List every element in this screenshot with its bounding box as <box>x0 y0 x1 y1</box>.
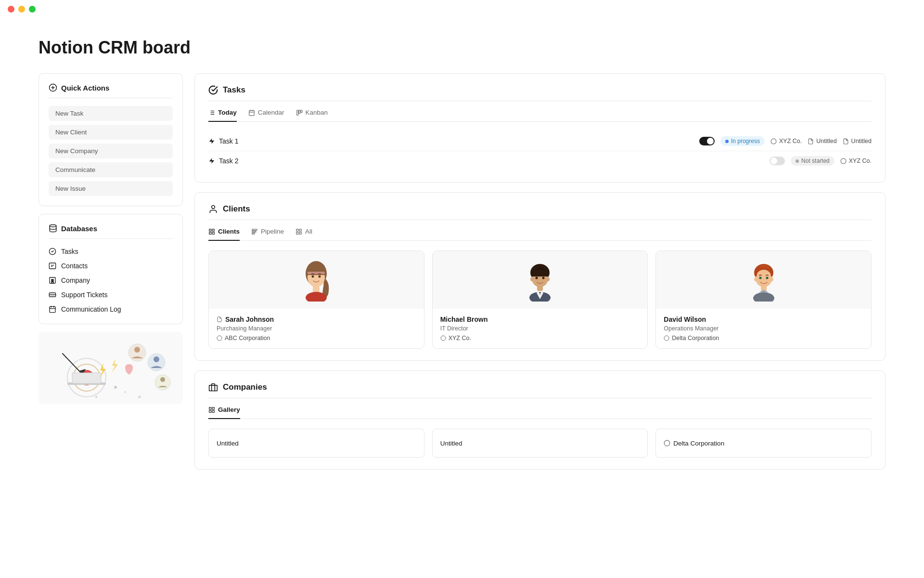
svg-rect-8 <box>50 307 55 313</box>
task-2-toggle[interactable] <box>770 157 785 165</box>
tab-pipeline[interactable]: Pipeline <box>251 228 284 241</box>
task-1-tag-1: XYZ Co. <box>770 138 802 144</box>
tab-today[interactable]: Today <box>208 109 237 122</box>
company-name-3: Delta Corporation <box>664 440 724 447</box>
svg-marker-44 <box>209 138 215 144</box>
client-company-sarah: ABC Corporation <box>217 335 416 342</box>
client-card-david[interactable]: David Wilson Operations Manager Delta Co… <box>655 250 872 349</box>
new-client-button[interactable]: New Client <box>49 125 173 140</box>
client-name-david: David Wilson <box>664 315 863 323</box>
client-name-sarah: Sarah Johnson <box>217 315 416 323</box>
svg-point-3 <box>50 225 56 227</box>
svg-point-83 <box>754 277 757 281</box>
db-support-tickets[interactable]: Support Tickets <box>49 290 173 300</box>
sidebar-illustration <box>38 332 183 404</box>
companies-tabs: Gallery <box>208 406 872 419</box>
svg-point-80 <box>756 270 772 287</box>
grid-icon-clients <box>208 228 215 235</box>
tab-kanban[interactable]: Kanban <box>296 109 328 122</box>
circle-icon-sarah <box>217 335 222 341</box>
task-2-meta: Not started XYZ Co. <box>770 156 872 166</box>
doc-icon-1 <box>808 138 814 144</box>
svg-point-25 <box>155 375 170 390</box>
company-card-3[interactable]: Delta Corporation <box>655 429 872 458</box>
tab-clients[interactable]: Clients <box>208 228 240 241</box>
task-1-tag-2: Untitled <box>808 138 836 144</box>
tasks-check-icon <box>208 85 218 95</box>
db-contacts[interactable]: Contacts <box>49 261 173 271</box>
svg-point-28 <box>124 391 126 393</box>
companies-building-icon <box>208 382 218 392</box>
client-role-sarah: Purchasing Manager <box>217 325 416 332</box>
svg-rect-43 <box>300 110 302 112</box>
tasks-header: Tasks <box>208 85 872 101</box>
task-1-toggle[interactable] <box>699 137 715 145</box>
client-card-michael[interactable]: Michael Brown IT Director XYZ Co. <box>432 250 648 349</box>
check-circle-icon <box>49 248 56 255</box>
client-name-michael: Michael Brown <box>440 315 640 323</box>
minimize-button[interactable] <box>18 6 25 13</box>
clients-header: Clients <box>208 204 872 220</box>
task-1-meta: In progress XYZ Co. Untitled Untitl <box>699 136 872 146</box>
svg-point-75 <box>547 277 550 281</box>
client-company-david: Delta Corporation <box>664 335 863 342</box>
task-2-name: Task 2 <box>208 157 770 165</box>
status-dot-1 <box>725 140 729 143</box>
db-tasks[interactable]: Tasks <box>49 247 173 256</box>
company-name-2: Untitled <box>440 440 462 447</box>
svg-rect-59 <box>299 232 301 234</box>
svg-point-74 <box>530 277 533 281</box>
quick-actions-title: Quick Actions <box>49 83 173 98</box>
close-button[interactable] <box>8 6 14 13</box>
svg-point-81 <box>759 277 761 279</box>
titlebar <box>0 0 924 18</box>
svg-point-30 <box>138 395 141 398</box>
companies-header: Companies <box>208 382 872 398</box>
db-communication-log[interactable]: Communication Log <box>49 304 173 314</box>
grid-icon-gallery <box>208 407 215 413</box>
client-avatar-sarah <box>209 251 424 309</box>
svg-point-73 <box>542 277 544 279</box>
svg-point-72 <box>535 277 538 279</box>
task-2-status: Not started <box>791 156 834 166</box>
new-company-button[interactable]: New Company <box>49 144 173 158</box>
client-avatar-david <box>656 251 871 309</box>
svg-rect-89 <box>209 410 211 412</box>
client-info-david: David Wilson Operations Manager Delta Co… <box>656 309 871 348</box>
database-icon <box>49 224 57 233</box>
client-company-michael: XYZ Co. <box>440 335 640 342</box>
companies-grid: Untitled Untitled Delta Corporation <box>208 429 872 458</box>
task-row-1: Task 1 In progress XYZ Co. <box>208 131 872 151</box>
svg-rect-42 <box>298 110 300 113</box>
svg-rect-54 <box>252 231 256 232</box>
task-1-name: Task 1 <box>208 137 699 145</box>
databases-card: Databases Tasks Contacts Company <box>38 214 183 324</box>
svg-point-85 <box>664 336 669 341</box>
tab-gallery[interactable]: Gallery <box>208 406 240 419</box>
new-task-button[interactable]: New Task <box>49 106 173 121</box>
main-layout: Quick Actions New Task New Client New Co… <box>38 73 886 470</box>
svg-rect-86 <box>209 385 218 391</box>
svg-rect-49 <box>209 229 211 231</box>
svg-rect-88 <box>212 407 214 409</box>
maximize-button[interactable] <box>29 6 36 13</box>
svg-rect-57 <box>299 229 301 231</box>
svg-point-48 <box>212 206 215 209</box>
plus-circle-icon <box>49 83 57 92</box>
client-card-sarah[interactable]: Sarah Johnson Purchasing Manager ABC Cor… <box>208 250 424 349</box>
databases-title: Databases <box>49 224 173 239</box>
svg-marker-20 <box>112 358 118 373</box>
new-issue-button[interactable]: New Issue <box>49 181 173 196</box>
kanban-icon <box>296 109 303 116</box>
svg-rect-6 <box>50 277 55 283</box>
svg-rect-58 <box>296 232 298 234</box>
communicate-button[interactable]: Communicate <box>49 162 173 177</box>
db-company[interactable]: Company <box>49 276 173 285</box>
page-title: Notion CRM board <box>38 38 886 58</box>
company-card-1[interactable]: Untitled <box>208 429 424 458</box>
svg-point-84 <box>770 277 773 281</box>
company-card-2[interactable]: Untitled <box>432 429 648 458</box>
tab-all[interactable]: All <box>295 228 312 241</box>
content-area: Tasks Today Calendar Kanban <box>194 73 886 470</box>
tab-calendar[interactable]: Calendar <box>248 109 284 122</box>
